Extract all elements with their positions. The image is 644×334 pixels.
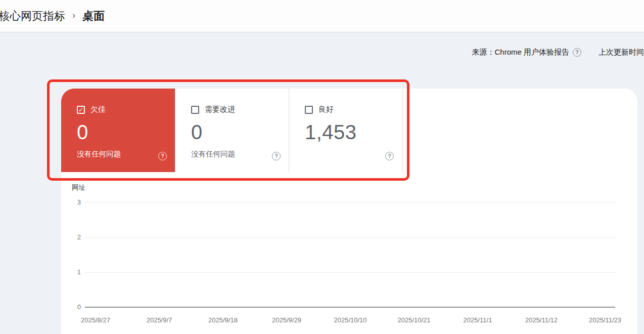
- x-tick-label: 2025/9/18: [208, 316, 238, 324]
- card-poor[interactable]: ✓ 欠佳 0 没有任何问题 ?: [61, 89, 175, 172]
- checkbox-unchecked-icon[interactable]: [191, 106, 199, 114]
- breadcrumb-desktop: 桌面: [82, 9, 105, 24]
- card-poor-label: 欠佳: [90, 105, 106, 114]
- x-tick-label: 2025/11/23: [589, 316, 621, 324]
- card-poor-value: 0: [77, 121, 175, 143]
- x-axis-labels: 2025/8/27 2025/9/7 2025/9/18 2025/9/29 2…: [61, 172, 637, 334]
- report-panel: ✓ 欠佳 0 没有任何问题 ? 需要改进 0 没有任何问题 ? 良好 1,453…: [61, 89, 637, 334]
- metric-cards-row: ✓ 欠佳 0 没有任何问题 ? 需要改进 0 没有任何问题 ? 良好 1,453…: [61, 89, 402, 172]
- card-good-value: 1,453: [305, 121, 402, 143]
- checkbox-checked-icon[interactable]: ✓: [77, 106, 85, 114]
- x-tick-label: 2025/9/29: [272, 316, 301, 324]
- breadcrumb-core-web-vitals[interactable]: 核心网页指标: [0, 9, 65, 24]
- x-tick-label: 2025/9/7: [147, 316, 172, 324]
- x-tick-label: 2025/8/27: [81, 316, 110, 324]
- x-tick-label: 2025/10/21: [397, 316, 430, 324]
- card-needs-improvement-header: 需要改进: [191, 105, 289, 114]
- card-good[interactable]: 良好 1,453 ?: [289, 89, 402, 172]
- source-help-icon[interactable]: ?: [573, 48, 581, 57]
- card-needs-improvement-label: 需要改进: [205, 105, 235, 114]
- chevron-right-icon: ›: [72, 10, 75, 22]
- x-tick-label: 2025/10/10: [334, 316, 366, 324]
- x-tick-label: 2025/11/1: [464, 316, 492, 324]
- card-good-help-icon[interactable]: ?: [385, 152, 394, 160]
- card-good-label: 良好: [318, 105, 334, 114]
- card-needs-improvement-help-icon[interactable]: ?: [272, 152, 281, 160]
- last-updated-label: 上次更新时间: [599, 48, 644, 57]
- card-poor-help-icon[interactable]: ?: [158, 152, 167, 160]
- card-needs-improvement[interactable]: 需要改进 0 没有任何问题 ?: [175, 89, 289, 172]
- report-meta-row: 来源： Chrome 用户体验报告 ? 上次更新时间: [472, 48, 644, 57]
- card-needs-improvement-value: 0: [191, 121, 289, 143]
- x-tick-label: 2025/11/12: [525, 316, 558, 324]
- breadcrumb: 核心网页指标 › 桌面: [0, 9, 105, 24]
- top-bar: 核心网页指标 › 桌面: [0, 0, 644, 32]
- card-good-header: 良好: [305, 105, 402, 114]
- source-value: Chrome 用户体验报告: [494, 48, 569, 57]
- source-label: 来源：: [472, 48, 494, 57]
- checkbox-unchecked-icon[interactable]: [305, 106, 313, 114]
- card-poor-header: ✓ 欠佳: [77, 105, 175, 114]
- issues-timeline-chart: 网址 3 2 1 0 2025/8/27 2025/9/7 2025/9/18 …: [61, 172, 637, 334]
